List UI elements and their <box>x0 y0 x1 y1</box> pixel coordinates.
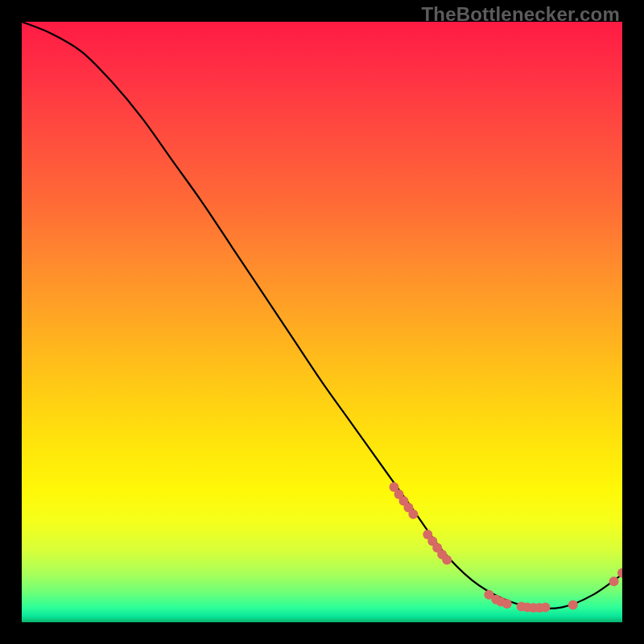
chart-marker-dot <box>568 600 578 609</box>
chart-curve-path <box>22 22 622 609</box>
chart-stage: TheBottlenecker.com <box>0 0 644 644</box>
chart-marker-dot <box>408 510 418 519</box>
chart-marker-dot <box>609 576 619 586</box>
watermark-text: TheBottlenecker.com <box>421 3 620 26</box>
chart-marker-dot <box>442 555 452 564</box>
chart-overlay <box>22 22 622 622</box>
chart-marker-dot <box>541 602 551 612</box>
chart-marker-group <box>390 482 623 613</box>
chart-plot-area <box>22 22 622 622</box>
chart-marker-dot <box>502 599 512 609</box>
